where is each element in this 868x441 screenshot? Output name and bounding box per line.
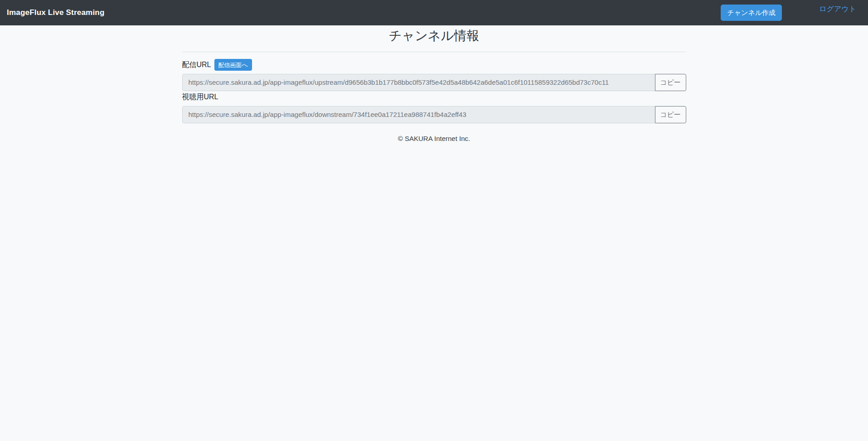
navbar-actions: チャンネル作成 ログアウト [721, 5, 856, 21]
viewing-url-group: コピー [182, 106, 686, 123]
navbar: ImageFlux Live Streaming チャンネル作成 ログアウト [0, 0, 868, 25]
copy-broadcast-url-button[interactable]: コピー [655, 74, 686, 91]
page-title: チャンネル情報 [182, 28, 686, 44]
viewing-url-label: 視聴用URL [182, 92, 686, 101]
logout-link[interactable]: ログアウト [819, 5, 856, 14]
copyright-text: © SAKURA Internet Inc. [182, 135, 686, 142]
create-channel-button[interactable]: チャンネル作成 [721, 5, 782, 21]
broadcast-url-input[interactable] [182, 74, 655, 91]
broadcast-url-label-row: 配信URL 配信画面へ [182, 59, 686, 71]
broadcast-url-group: コピー [182, 74, 686, 91]
copy-viewing-url-button[interactable]: コピー [655, 106, 686, 123]
broadcast-url-label: 配信URL [182, 60, 211, 69]
app-brand[interactable]: ImageFlux Live Streaming [7, 8, 104, 17]
channel-info-panel: チャンネル情報 配信URL 配信画面へ コピー 視聴用URL コピー © SAK… [182, 28, 686, 142]
broadcast-screen-link[interactable]: 配信画面へ [214, 59, 252, 71]
title-divider [182, 52, 686, 52]
viewing-url-input[interactable] [182, 106, 655, 123]
